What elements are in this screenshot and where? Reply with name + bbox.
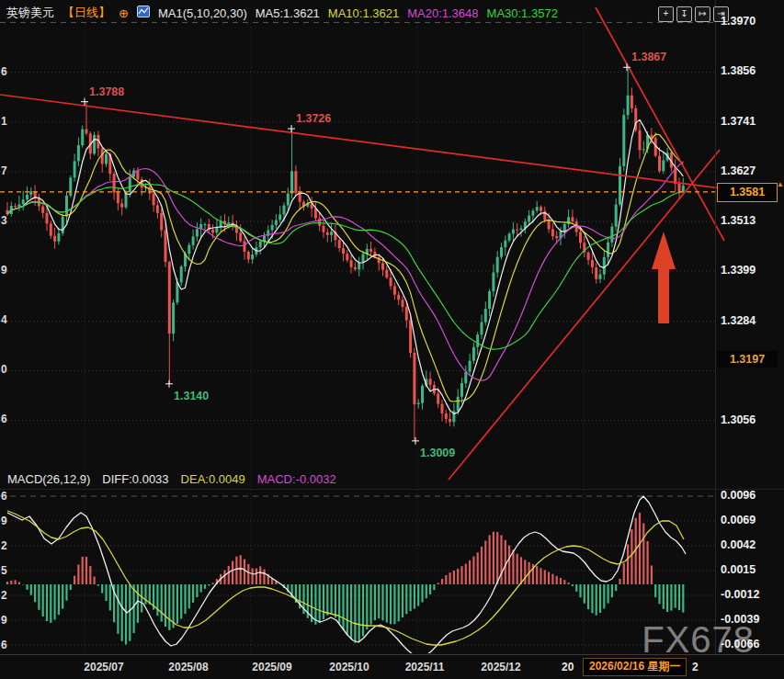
candle (472, 343, 475, 364)
candle (275, 214, 278, 229)
candle-body (46, 213, 49, 223)
macd-value-tick: 0.0042 (721, 538, 756, 551)
candle-body (548, 220, 551, 229)
left-macd-digit: 5 (1, 564, 7, 577)
candle (358, 257, 360, 277)
candle-body (678, 184, 681, 192)
candle-body (81, 130, 84, 145)
xaxis-label-partial-right: 2 (692, 661, 699, 673)
candle (449, 411, 451, 426)
candle-body (192, 236, 195, 244)
candle (504, 235, 506, 255)
candle (354, 262, 357, 271)
candle (278, 206, 281, 222)
candle (583, 236, 585, 257)
candle-body (204, 224, 207, 225)
candle-body (326, 232, 329, 235)
candle-body (591, 260, 594, 267)
candle (658, 147, 661, 173)
candle-body (318, 219, 321, 226)
candle (642, 141, 645, 154)
candle (41, 204, 44, 219)
left-price-digit: 4 (1, 313, 7, 326)
candle (500, 243, 503, 259)
candle-body (53, 236, 56, 242)
candle (619, 158, 621, 207)
candle (26, 187, 28, 201)
ma30-line (7, 185, 683, 350)
macd-value-tick: 0.0069 (721, 514, 756, 526)
candle (567, 209, 570, 228)
candle-body (314, 209, 317, 219)
main-price-tick: 1.3399 (721, 264, 756, 277)
left-price-digit: 6 (1, 413, 7, 425)
gridlines (0, 22, 715, 653)
candle-body (563, 224, 566, 232)
xaxis-label-partial-left: 20 (562, 661, 574, 673)
candle-body (41, 207, 44, 213)
candle (508, 232, 511, 243)
candle (22, 191, 25, 210)
candle (417, 399, 420, 408)
candle-body (57, 233, 60, 242)
candle (492, 265, 494, 297)
ma5-value-label: MA5:1.3621 (256, 6, 320, 20)
candle (239, 224, 242, 243)
candle (101, 147, 104, 173)
scale-price-icon[interactable]: ↧ (676, 6, 692, 22)
candle (330, 223, 333, 242)
candle-body (536, 207, 539, 210)
candle-body (153, 194, 155, 206)
xaxis-month-label: 2025/11 (405, 661, 445, 673)
candle-body (682, 186, 685, 191)
candle-body (599, 275, 602, 279)
xaxis-month-label: 2025/07 (84, 661, 123, 673)
candle-body (244, 241, 246, 252)
candle (314, 203, 317, 221)
candle-body (607, 243, 609, 257)
candle-body (405, 307, 408, 321)
candle (350, 255, 353, 273)
candle (413, 348, 415, 441)
candle-body (330, 232, 333, 235)
ma30-value-label: MA30:1.3572 (487, 6, 558, 20)
candle-body (595, 267, 597, 279)
crosshair-icon[interactable]: + (658, 6, 674, 22)
candle (484, 301, 487, 325)
candle-body (488, 291, 491, 309)
candle (29, 187, 32, 198)
add-indicator-icon[interactable]: ⊕ (119, 6, 129, 20)
candle-body (323, 226, 325, 232)
scale-time-icon[interactable]: ↦ (695, 6, 710, 22)
crosshair-date-badge: 2026/02/16 星期一 (583, 658, 687, 676)
candle (318, 212, 321, 232)
candle (610, 223, 613, 247)
candles-layer (6, 67, 685, 441)
price-chart-canvas[interactable]: 1.37881.37261.38671.31401.3009 (0, 0, 784, 679)
candle-body (278, 214, 281, 220)
macd-value-label: MACD:-0.0032 (257, 472, 336, 486)
candle-body (362, 255, 365, 263)
candle (421, 384, 424, 410)
candle-body (369, 249, 372, 252)
candle-body (492, 273, 494, 292)
candle (255, 242, 257, 257)
candle (93, 131, 96, 155)
period-selector[interactable]: 【日线】 (62, 5, 110, 21)
symbol-name: 英镑美元 (6, 5, 54, 21)
ma20-value-label: MA20:1.3648 (407, 6, 478, 20)
xaxis-month-label: 2025/08 (168, 661, 208, 673)
extreme-price-label: 1.3867 (631, 51, 666, 63)
candle (97, 130, 99, 156)
extreme-price-label: 1.3009 (420, 447, 455, 459)
macd-value-tick: -0.0039 (721, 613, 759, 626)
candle (168, 261, 171, 384)
yaxis-divider (715, 0, 716, 654)
candle-body (77, 145, 80, 161)
ma-chart-icon[interactable] (137, 6, 150, 20)
candle-body (160, 213, 163, 231)
candle-body (413, 353, 415, 404)
candle (393, 282, 396, 300)
dea-line (7, 511, 684, 645)
pane-divider (0, 489, 784, 490)
